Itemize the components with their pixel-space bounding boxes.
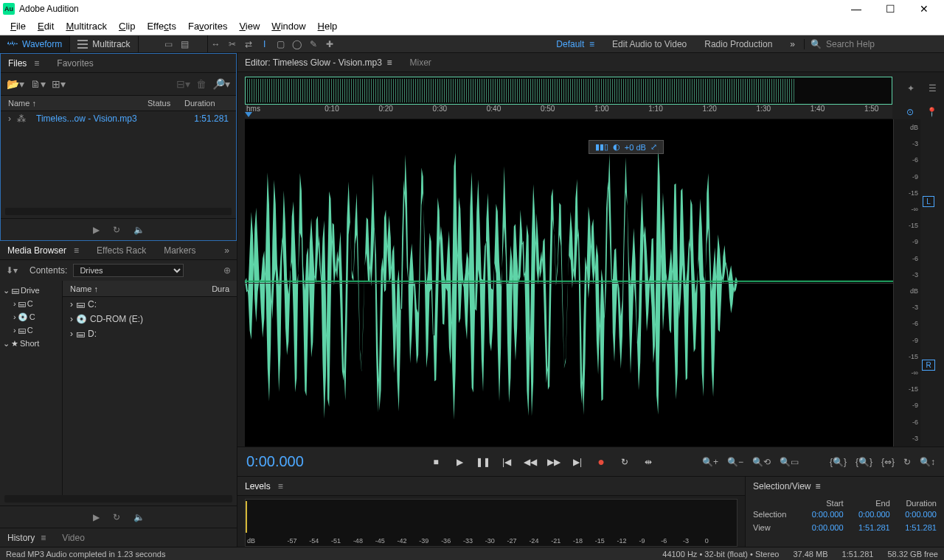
forward-button[interactable]: ▶▶ — [547, 455, 560, 469]
col-status[interactable]: Status — [148, 99, 184, 108]
slip-tool-icon[interactable]: ⇄ — [240, 36, 257, 52]
workspace-default[interactable]: Default ≡ — [547, 39, 603, 49]
zoom-overview-icon[interactable]: ✦ — [907, 83, 914, 94]
tab-mixer[interactable]: Mixer — [410, 57, 431, 68]
tree-drive-e[interactable]: ›💿C — [3, 310, 59, 323]
tab-levels[interactable]: Levels — [245, 481, 271, 491]
maximize-button[interactable]: ☐ — [873, 0, 907, 18]
channel-left-badge[interactable]: L — [923, 196, 934, 207]
file-row[interactable]: › ⁂ Timeles...ow - Vision.mp3 1:51.281 — [1, 111, 236, 126]
media-col-name[interactable]: Name ↑ — [70, 284, 212, 293]
loop-preview-icon[interactable]: ↻ — [113, 512, 120, 522]
close-button[interactable]: ✕ — [907, 0, 941, 18]
pin-icon[interactable]: 📍 — [926, 107, 937, 117]
selview-menu-icon[interactable]: ≡ — [816, 481, 821, 491]
sv-sel-start[interactable]: 0:00.000 — [796, 510, 843, 519]
zoom-time-icon[interactable]: ↻ — [903, 457, 911, 467]
expand-icon[interactable]: › — [8, 113, 17, 124]
sv-view-start[interactable]: 0:00.000 — [796, 523, 843, 532]
levels-meter[interactable]: dB-57-54-51-48-45-42-39-36-33-30-27-24-2… — [245, 499, 738, 547]
tab-files[interactable]: Files — [8, 58, 27, 69]
mode-waveform[interactable]: Waveform — [0, 36, 70, 52]
refresh-icon[interactable]: ⊕ — [223, 265, 231, 276]
tab-history[interactable]: History — [7, 533, 35, 543]
play-preview-icon[interactable]: ▶ — [93, 225, 100, 235]
tree-drives[interactable]: ⌄🖴Drive — [3, 284, 59, 297]
import-icon[interactable]: ⬇▾ — [6, 265, 18, 276]
new-file-icon[interactable]: 🗎▾ — [30, 78, 46, 90]
list-view-icon[interactable]: ☰ — [929, 83, 937, 94]
open-file-icon[interactable]: 📂▾ — [7, 78, 24, 90]
insert-mt-icon[interactable]: ⊞▾ — [52, 78, 66, 90]
stop-button[interactable]: ■ — [429, 455, 442, 469]
expand-hud-icon[interactable]: ⤢ — [650, 142, 657, 152]
loop-button[interactable]: ↻ — [618, 455, 631, 469]
sv-view-end[interactable]: 1:51.281 — [844, 523, 890, 532]
move-tool-icon[interactable]: ↔ — [208, 36, 224, 52]
loop-preview-icon[interactable]: ↻ — [113, 225, 120, 235]
workspace-more-icon[interactable]: » — [781, 39, 804, 49]
volume-hud[interactable]: ▮▮▯ ◐ +0 dB ⤢ — [589, 140, 664, 154]
tabs-overflow-icon[interactable]: » — [224, 245, 229, 256]
minimize-button[interactable]: — — [839, 0, 873, 18]
zoom-in-sel-icon[interactable]: {🔍} — [830, 457, 847, 467]
pause-button[interactable]: ❚❚ — [476, 455, 490, 469]
lasso-tool-icon[interactable]: ◯ — [289, 36, 305, 52]
tree-shortcuts[interactable]: ⌄★Short — [3, 337, 59, 350]
autoplay-icon[interactable]: 🔈 — [133, 512, 145, 522]
channel-right-badge[interactable]: R — [922, 360, 934, 371]
tab-selection-view[interactable]: Selection/View — [753, 481, 811, 491]
zoom-amp-icon[interactable]: 🔍↕ — [920, 457, 935, 467]
tab-video[interactable]: Video — [62, 533, 84, 543]
close-file-icon[interactable]: ⊟▾ — [176, 78, 190, 90]
menu-window[interactable]: Window — [266, 19, 311, 33]
menu-view[interactable]: View — [233, 19, 266, 33]
tab-editor[interactable]: Editor: Timeless Glow - Vision.mp3 ≡ — [245, 57, 392, 68]
sv-sel-dur[interactable]: 0:00.000 — [890, 510, 937, 519]
scrollbar-horizontal[interactable] — [5, 208, 232, 215]
time-select-tool-icon[interactable]: I — [257, 36, 273, 52]
col-duration[interactable]: Duration — [184, 99, 229, 108]
list-item[interactable]: ›🖴D: — [63, 326, 237, 341]
search-help[interactable]: 🔍 Search Help — [804, 39, 944, 49]
menu-clip[interactable]: Clip — [113, 19, 141, 33]
contents-dropdown[interactable]: Drives — [73, 264, 184, 277]
history-menu-icon[interactable]: ≡ — [41, 533, 46, 543]
media-menu-icon[interactable]: ≡ — [74, 245, 79, 256]
tree-drive-d[interactable]: ›🖴C — [3, 323, 59, 337]
workspace-edit-audio[interactable]: Edit Audio to Video — [603, 39, 695, 49]
spectral-icon[interactable]: ▤ — [177, 36, 193, 52]
toggle-hud-icon[interactable]: ▭ — [161, 36, 177, 52]
files-menu-icon[interactable]: ≡ — [34, 58, 39, 69]
sv-view-dur[interactable]: 1:51.281 — [890, 523, 937, 532]
go-end-button[interactable]: ▶| — [571, 455, 584, 469]
sv-sel-end[interactable]: 0:00.000 — [844, 510, 890, 519]
zoom-sel-icon[interactable]: {⇔} — [881, 457, 895, 467]
media-col-duration[interactable]: Dura — [212, 284, 229, 293]
levels-menu-icon[interactable]: ≡ — [278, 481, 283, 491]
waveform-canvas[interactable]: ▮▮▯ ◐ +0 dB ⤢ — [245, 119, 894, 447]
waveform-editor[interactable]: ▮▮▯ ◐ +0 dB ⤢ dB-3-6-9-15-∞-15-9-6-3 dB-… — [245, 119, 937, 447]
trash-icon[interactable]: 🗑 — [196, 78, 206, 90]
list-item[interactable]: ›💿CD-ROM (E:) — [63, 312, 237, 326]
play-button[interactable]: ▶ — [453, 455, 466, 469]
menu-favorites[interactable]: Favorites — [182, 19, 233, 33]
marquee-tool-icon[interactable]: ▢ — [273, 36, 289, 52]
menu-effects[interactable]: Effects — [141, 19, 182, 33]
scrollbar-horizontal[interactable] — [4, 495, 232, 503]
tab-media-browser[interactable]: Media Browser — [7, 245, 66, 256]
play-preview-icon[interactable]: ▶ — [93, 512, 100, 522]
col-name[interactable]: Name ↑ — [8, 99, 148, 108]
razor-tool-icon[interactable]: ✂ — [224, 36, 240, 52]
zoom-full-icon[interactable]: 🔍▭ — [780, 457, 799, 467]
tab-markers[interactable]: Markers — [164, 245, 195, 256]
brush-tool-icon[interactable]: ✎ — [305, 36, 322, 52]
menu-edit[interactable]: Edit — [32, 19, 60, 33]
timecode[interactable]: 0:00.000 — [246, 453, 394, 470]
autoplay-icon[interactable]: 🔈 — [133, 225, 145, 235]
tab-favorites[interactable]: Favorites — [57, 58, 93, 69]
tab-effects-rack[interactable]: Effects Rack — [97, 245, 146, 256]
zoom-out-sel-icon[interactable]: {🔍} — [856, 457, 872, 467]
filter-search-icon[interactable]: 🔎▾ — [212, 78, 230, 90]
playhead-icon[interactable] — [245, 112, 252, 117]
